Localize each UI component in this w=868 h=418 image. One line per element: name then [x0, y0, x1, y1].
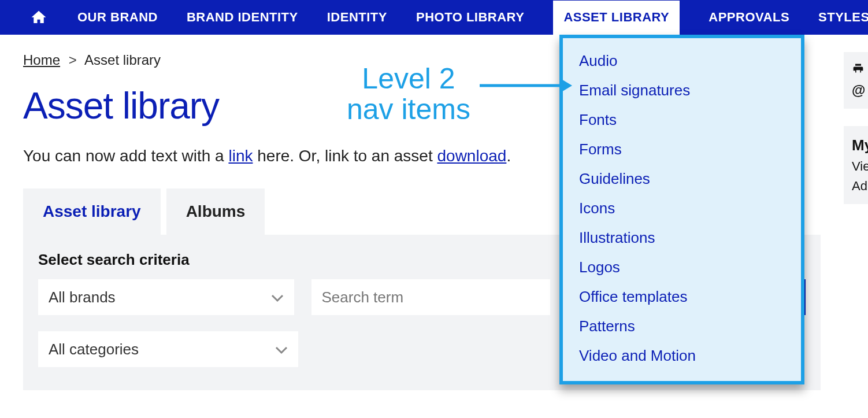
at-icon[interactable]: @ [852, 80, 868, 101]
intro-link-download[interactable]: download [437, 147, 507, 165]
search-term-input[interactable]: Search term [311, 279, 550, 315]
nav-item-photo-library[interactable]: PHOTO LIBRARY [416, 10, 524, 25]
submenu-item[interactable]: Forms [579, 135, 785, 164]
nav-item-brand-identity[interactable]: BRAND IDENTITY [187, 10, 298, 25]
nav-item-asset-library[interactable]: ASSET LIBRARY [553, 1, 680, 35]
nav-item-our-brand[interactable]: OUR BRAND [77, 10, 158, 25]
submenu-item[interactable]: Email signatures [579, 76, 785, 105]
tab-asset-library[interactable]: Asset library [23, 188, 161, 235]
breadcrumb-home[interactable]: Home [23, 52, 60, 68]
intro-text: You can now add text with a [23, 147, 228, 165]
sidebar-link-view[interactable]: View [852, 157, 868, 176]
chevron-down-icon [271, 288, 284, 306]
submenu-item[interactable]: Guidelines [579, 164, 785, 194]
brands-select[interactable]: All brands [38, 279, 294, 315]
nav-item-approvals[interactable]: APPROVALS [709, 10, 789, 25]
submenu-item[interactable]: Fonts [579, 105, 785, 135]
home-icon[interactable] [29, 9, 49, 26]
submenu-item[interactable]: Patterns [579, 312, 785, 341]
breadcrumb-sep: > [69, 52, 77, 68]
intro-text: here. Or, link to an asset [253, 147, 437, 165]
submenu-item[interactable]: Icons [579, 194, 785, 223]
right-sidebar: @ My View Add [844, 52, 868, 390]
tab-albums[interactable]: Albums [166, 188, 265, 235]
categories-select-value: All categories [49, 341, 139, 358]
print-icon[interactable] [852, 60, 868, 80]
submenu-item[interactable]: Office templates [579, 282, 785, 312]
intro-link-link[interactable]: link [228, 147, 253, 165]
nav-item-styles[interactable]: STYLES [818, 10, 868, 25]
asset-library-submenu: Audio Email signatures Fonts Forms Guide… [559, 35, 804, 384]
categories-select[interactable]: All categories [38, 331, 298, 367]
submenu-item[interactable]: Illustrations [579, 223, 785, 253]
top-nav: OUR BRAND BRAND IDENTITY IDENTITY PHOTO … [0, 0, 868, 35]
breadcrumb-current: Asset library [84, 52, 161, 68]
submenu-item[interactable]: Logos [579, 253, 785, 282]
brands-select-value: All brands [49, 288, 116, 306]
sidebar-heading-my: My [852, 134, 868, 157]
nav-item-identity[interactable]: IDENTITY [327, 10, 387, 25]
submenu-item[interactable]: Audio [579, 46, 785, 76]
sidebar-link-add[interactable]: Add [852, 176, 868, 196]
chevron-down-icon [275, 341, 288, 358]
search-term-placeholder: Search term [322, 288, 404, 306]
submenu-item[interactable]: Video and Motion [579, 341, 785, 371]
intro-text: . [506, 147, 511, 165]
